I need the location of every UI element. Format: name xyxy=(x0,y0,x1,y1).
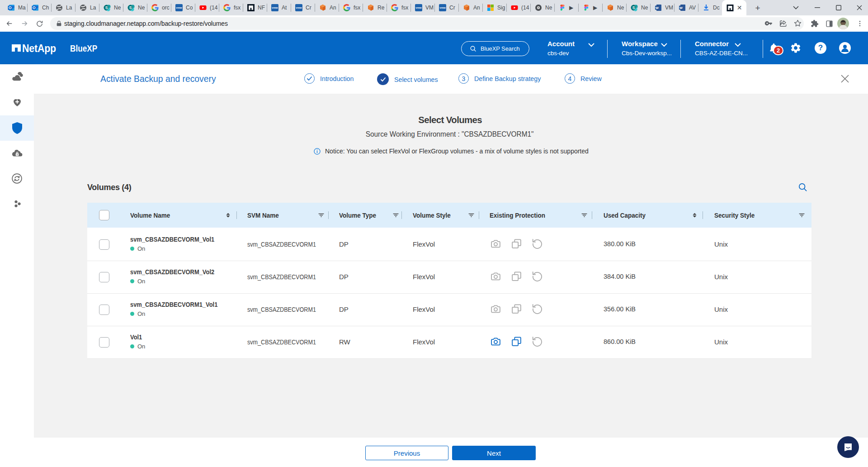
svg-text:S: S xyxy=(632,5,635,10)
svg-text:S: S xyxy=(129,5,132,10)
svg-text:S: S xyxy=(105,5,108,10)
svg-text:W: W xyxy=(656,6,659,10)
svg-text:O: O xyxy=(9,5,12,10)
svg-text:W: W xyxy=(679,6,683,10)
svg-text:O: O xyxy=(33,5,36,10)
